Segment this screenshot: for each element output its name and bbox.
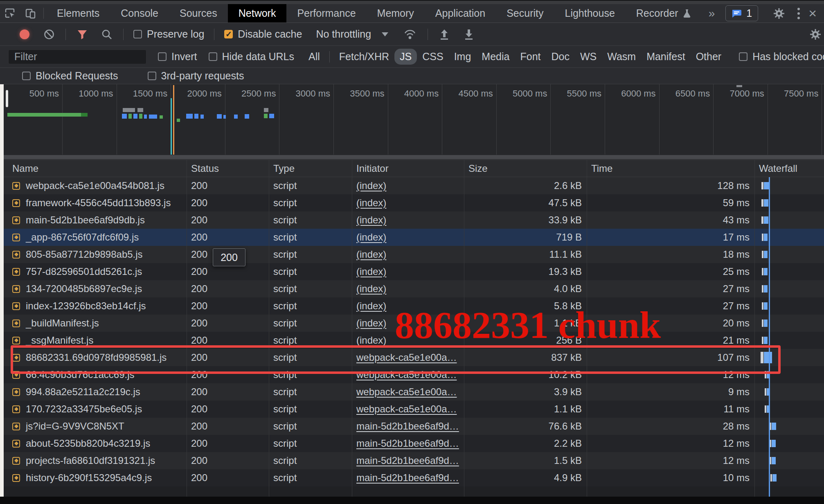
table-row[interactable]: projects-fa68610df3191321.js 200 script … xyxy=(0,452,824,469)
filter-type-wasm[interactable]: Wasm xyxy=(602,49,641,65)
column-header-status[interactable]: Status xyxy=(187,160,269,177)
filter-type-all[interactable]: All xyxy=(303,49,325,65)
settings-gear-icon[interactable] xyxy=(768,7,790,20)
request-initiator-link[interactable]: (index) xyxy=(356,335,386,346)
request-initiator-link[interactable]: main-5d2b1bee6af9d… xyxy=(356,421,459,432)
request-initiator-link[interactable]: (index) xyxy=(356,249,386,260)
column-header-waterfall[interactable]: Waterfall xyxy=(755,160,824,177)
hide-data-urls-checkbox[interactable] xyxy=(209,52,217,61)
request-initiator-link[interactable]: (index) xyxy=(356,283,386,295)
table-row[interactable]: 88682331.69d0978fd9985981.js 200 script … xyxy=(0,349,824,366)
has-blocked-cookies-control[interactable]: Has blocked cookies xyxy=(739,51,824,63)
clear-network-log-icon[interactable] xyxy=(43,29,55,40)
table-row[interactable]: 170.7232a33475be6e05.js 200 script webpa… xyxy=(0,400,824,418)
table-row[interactable]: 757-d82596501dd5261c.js 200 script (inde… xyxy=(0,263,824,280)
request-initiator-link[interactable]: (index) xyxy=(356,317,386,329)
tab-sources[interactable]: Sources xyxy=(169,4,228,22)
request-initiator-link[interactable]: (index) xyxy=(356,300,386,312)
filter-funnel-icon[interactable] xyxy=(77,29,88,40)
request-initiator-link[interactable]: main-5d2b1bee6af9d… xyxy=(356,438,459,449)
table-row[interactable]: js?id=G-9V9VC8N5XT 200 script main-5d2b1… xyxy=(0,418,824,435)
table-row[interactable]: _buildManifest.js 200 script (index) 1.1… xyxy=(0,315,824,332)
tab-performance[interactable]: Performance xyxy=(286,4,366,22)
table-row[interactable]: index-123926bc83eb14cf.js 200 script (in… xyxy=(0,297,824,315)
throttling-select[interactable]: No throttling xyxy=(316,28,388,40)
request-initiator-link[interactable]: (index) xyxy=(356,232,386,243)
request-initiator-link[interactable]: webpack-ca5e1e00a… xyxy=(356,369,457,380)
invert-control[interactable]: Invert xyxy=(158,51,197,63)
request-initiator-link[interactable]: (index) xyxy=(356,266,386,277)
tab-security[interactable]: Security xyxy=(496,4,554,22)
filter-type-media[interactable]: Media xyxy=(476,49,515,65)
tab-lighthouse[interactable]: Lighthouse xyxy=(554,4,625,22)
column-header-type[interactable]: Type xyxy=(269,160,352,177)
filter-type-manifest[interactable]: Manifest xyxy=(641,49,690,65)
preserve-log-checkbox[interactable] xyxy=(133,30,142,38)
request-initiator-link[interactable]: (index) xyxy=(356,197,386,209)
kebab-menu-icon[interactable] xyxy=(790,7,807,20)
request-initiator-link[interactable]: (index) xyxy=(356,180,386,191)
table-row[interactable]: main-5d2b1bee6af9d9db.js 200 script (ind… xyxy=(0,212,824,229)
network-overview-timeline[interactable]: 500 ms1000 ms1500 ms2000 ms2500 ms3000 m… xyxy=(0,84,824,160)
column-header-time[interactable]: Time xyxy=(587,160,755,177)
table-row[interactable]: history-6b290f153295a4c9.js 200 script m… xyxy=(0,469,824,486)
table-row[interactable]: 134-7200485b6897ec9e.js 200 script (inde… xyxy=(0,280,824,297)
filter-type-img[interactable]: Img xyxy=(449,49,477,65)
filter-input[interactable] xyxy=(8,50,146,64)
request-initiator-link[interactable]: webpack-ca5e1e00a… xyxy=(356,403,457,415)
third-party-requests-control[interactable]: 3rd-party requests xyxy=(148,70,244,82)
column-header-size[interactable]: Size xyxy=(464,160,587,177)
table-row[interactable]: _app-867c56f07dfc6f09.js 200 script (ind… xyxy=(0,229,824,246)
close-devtools-icon[interactable]: × xyxy=(807,5,821,21)
network-settings-gear-icon[interactable] xyxy=(809,28,822,40)
request-initiator-link[interactable]: (index) xyxy=(356,214,386,226)
issues-counter-button[interactable]: 1 xyxy=(725,5,758,21)
table-row[interactable]: webpack-ca5e1e00a454b081.js 200 script (… xyxy=(0,177,824,194)
inspect-element-icon[interactable] xyxy=(0,4,20,22)
requests-table-header[interactable]: NameStatusTypeInitiatorSizeTimeWaterfall xyxy=(0,160,824,177)
request-initiator-link[interactable]: main-5d2b1bee6af9d… xyxy=(356,472,459,484)
table-row[interactable]: 994.88a2e5211a2c219c.js 200 script webpa… xyxy=(0,383,824,400)
table-row[interactable]: 805-85a87712b9898ab5.js 200 script (inde… xyxy=(0,246,824,263)
search-icon[interactable] xyxy=(101,29,113,40)
column-header-initiator[interactable]: Initiator xyxy=(352,160,464,177)
tab-application[interactable]: Application xyxy=(425,4,496,22)
filter-type-fetch-xhr[interactable]: Fetch/XHR xyxy=(334,49,394,65)
table-row[interactable]: _ssgManifest.js 200 script (index) 256 B… xyxy=(0,332,824,349)
filter-type-other[interactable]: Other xyxy=(691,49,727,65)
has-blocked-cookies-checkbox[interactable] xyxy=(739,52,747,61)
third-party-requests-checkbox[interactable] xyxy=(148,72,156,80)
table-row[interactable]: 66.4c90b3d76c1acc69.js 200 script webpac… xyxy=(0,366,824,383)
overview-scrollbar[interactable] xyxy=(0,155,824,159)
blocked-requests-control[interactable]: Blocked Requests xyxy=(22,70,118,82)
disable-cache-checkbox[interactable]: ✓ xyxy=(224,30,233,38)
preserve-log-control[interactable]: Preserve log xyxy=(133,28,204,40)
hide-data-urls-control[interactable]: Hide data URLs xyxy=(209,51,294,63)
request-initiator-link[interactable]: main-5d2b1bee6af9d… xyxy=(356,455,459,466)
filter-type-css[interactable]: CSS xyxy=(417,49,448,65)
table-row[interactable]: about-5235bb820b4c3219.js 200 script mai… xyxy=(0,435,824,452)
tab-recorder[interactable]: Recorder xyxy=(626,4,702,22)
filter-type-doc[interactable]: Doc xyxy=(546,49,574,65)
tab-network[interactable]: Network xyxy=(228,4,287,22)
tab-elements[interactable]: Elements xyxy=(46,4,110,22)
overview-drag-handle[interactable] xyxy=(6,90,8,107)
network-conditions-icon[interactable] xyxy=(403,28,417,40)
device-toolbar-icon[interactable] xyxy=(20,4,41,22)
record-network-log-button[interactable] xyxy=(20,29,29,39)
filter-type-ws[interactable]: WS xyxy=(575,49,602,65)
table-row[interactable]: framework-4556c45dd113b893.js 200 script… xyxy=(0,194,824,212)
filter-type-js[interactable]: JS xyxy=(394,49,417,65)
invert-checkbox[interactable] xyxy=(158,52,167,61)
export-har-icon[interactable] xyxy=(463,28,475,40)
request-initiator-link[interactable]: webpack-ca5e1e00a… xyxy=(356,352,457,363)
tab-memory[interactable]: Memory xyxy=(367,4,425,22)
filter-type-font[interactable]: Font xyxy=(515,49,546,65)
blocked-requests-checkbox[interactable] xyxy=(22,72,31,80)
disable-cache-control[interactable]: ✓ Disable cache xyxy=(224,28,302,40)
request-initiator-link[interactable]: webpack-ca5e1e00a… xyxy=(356,386,457,398)
tab-console[interactable]: Console xyxy=(110,4,169,22)
more-tabs-icon[interactable]: » xyxy=(702,7,722,20)
column-header-name[interactable]: Name xyxy=(0,160,187,177)
import-har-icon[interactable] xyxy=(439,28,450,40)
